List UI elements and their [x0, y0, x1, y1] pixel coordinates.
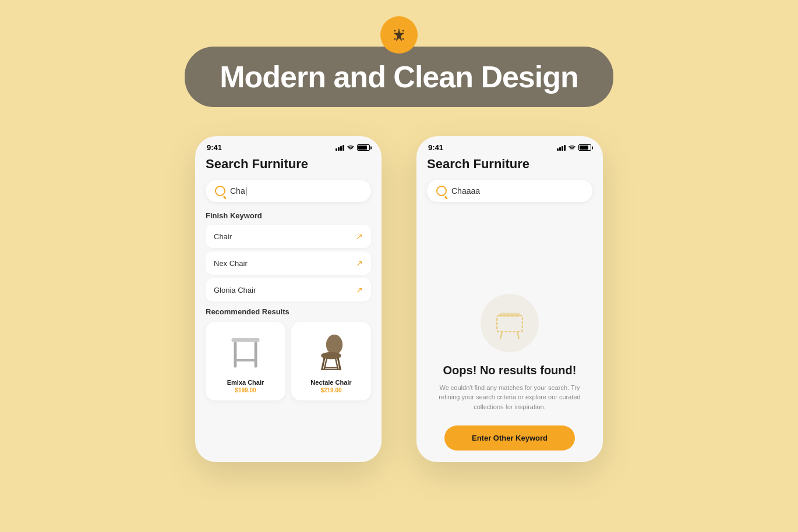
search-icon-left	[215, 186, 225, 196]
product-price-1: $219.00	[320, 387, 341, 393]
product-grid: Emixa Chair $199.00	[206, 322, 371, 400]
svg-point-8	[326, 334, 342, 354]
signal-icon	[336, 145, 344, 151]
no-results-description: We couldn't find any matches for your se…	[428, 383, 591, 412]
time-right: 9:41	[428, 143, 443, 152]
svg-rect-5	[234, 342, 237, 367]
keyword-text-0: Chair	[214, 232, 232, 241]
phone-left: 9:41 Search Furniture	[195, 136, 382, 462]
no-results-section: Oops! No results found! We couldn't find…	[416, 271, 603, 463]
product-img-0	[223, 329, 269, 375]
keyword-item-2[interactable]: Glonia Chair ↗	[206, 278, 371, 302]
search-input-right[interactable]: Chaaaa	[451, 186, 480, 196]
keyword-text-2: Glonia Chair	[214, 286, 256, 295]
arrow-icon-2: ↗	[356, 285, 363, 295]
product-img-1	[308, 329, 355, 375]
svg-rect-4	[232, 338, 260, 342]
svg-rect-16	[497, 315, 522, 331]
search-bar-left[interactable]: Cha|	[206, 180, 371, 202]
no-results-icon	[489, 303, 530, 343]
svg-line-18	[500, 331, 502, 338]
keyword-text-1: Nex Chair	[214, 259, 248, 268]
search-icon-right	[436, 186, 447, 196]
empty-illustration	[481, 294, 539, 352]
recommended-label: Recommended Results	[206, 307, 371, 316]
sparkle-icon	[391, 27, 407, 43]
main-title: Modern and Clean Design	[220, 59, 578, 94]
sparkle-badge	[380, 16, 418, 54]
arrow-icon-1: ↗	[356, 258, 363, 268]
status-icons-left	[336, 144, 370, 151]
chair-illustration	[315, 331, 347, 374]
right-phone-content: Search Furniture Chaaaa	[416, 154, 603, 271]
product-price-0: $199.00	[235, 387, 256, 393]
battery-icon-right	[578, 144, 591, 151]
svg-point-1	[402, 30, 404, 31]
stool-illustration	[227, 329, 264, 375]
wifi-icon	[347, 145, 355, 151]
svg-rect-7	[235, 359, 256, 361]
header-section: Modern and Clean Design	[185, 35, 613, 107]
svg-point-2	[394, 38, 396, 40]
time-left: 9:41	[207, 143, 222, 152]
right-phone-title: Search Furniture	[427, 157, 592, 172]
left-phone-content: Search Furniture Cha| Finish Keyword Cha…	[195, 154, 382, 462]
phones-container: 9:41 Search Furniture	[195, 136, 603, 462]
phone-right: 9:41 Search Furniture	[416, 136, 603, 462]
enter-keyword-button[interactable]: Enter Other Keyword	[444, 425, 575, 451]
svg-rect-17	[500, 313, 520, 317]
left-phone-title: Search Furniture	[206, 157, 371, 172]
battery-icon	[357, 144, 370, 151]
svg-rect-6	[255, 342, 257, 367]
search-input-left[interactable]: Cha|	[230, 186, 247, 196]
finish-keyword-label: Finish Keyword	[206, 211, 371, 220]
svg-point-3	[402, 38, 404, 40]
product-name-0: Emixa Chair	[227, 379, 264, 386]
keyword-item-1[interactable]: Nex Chair ↗	[206, 251, 371, 275]
status-icons-right	[557, 144, 591, 151]
svg-point-0	[394, 30, 396, 31]
search-bar-right[interactable]: Chaaaa	[427, 180, 592, 202]
no-results-title: Oops! No results found!	[443, 364, 577, 377]
status-bar-right: 9:41	[416, 136, 603, 154]
status-bar-left: 9:41	[195, 136, 382, 154]
product-card-1[interactable]: Nectale Chair $219.00	[291, 322, 371, 400]
wifi-icon-right	[568, 145, 576, 151]
title-pill: Modern and Clean Design	[185, 47, 613, 107]
product-name-1: Nectale Chair	[310, 379, 351, 386]
product-card-0[interactable]: Emixa Chair $199.00	[206, 322, 285, 400]
keyword-item-0[interactable]: Chair ↗	[206, 225, 371, 248]
svg-line-19	[517, 331, 519, 338]
arrow-icon-0: ↗	[356, 232, 363, 241]
signal-icon-right	[557, 145, 566, 151]
